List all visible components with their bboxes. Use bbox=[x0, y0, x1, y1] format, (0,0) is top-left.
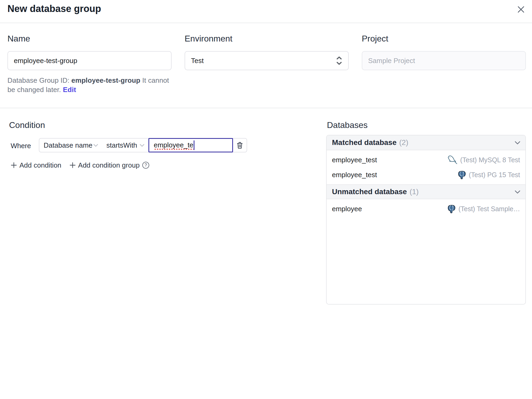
project-label: Project bbox=[362, 33, 388, 44]
matched-database-header[interactable]: Matched database(2) bbox=[327, 135, 525, 150]
name-input[interactable]: employee-test-group bbox=[7, 51, 172, 70]
close-icon bbox=[517, 6, 525, 13]
mysql-icon bbox=[448, 155, 458, 165]
chevron-down-icon bbox=[93, 142, 99, 148]
name-input-value: employee-test-group bbox=[14, 57, 77, 65]
condition-heading: Condition bbox=[9, 119, 45, 131]
plus-icon bbox=[69, 161, 76, 169]
postgres-icon bbox=[447, 205, 456, 213]
postgres-icon bbox=[458, 171, 466, 179]
trash-icon bbox=[236, 142, 243, 149]
add-condition-group-label: Add condition group bbox=[78, 160, 140, 171]
databases-heading: Databases bbox=[327, 119, 368, 131]
chevron-up-down-icon bbox=[336, 56, 342, 65]
group-id-value: employee-test-group bbox=[71, 76, 140, 84]
condition-value-text: employee_te bbox=[154, 140, 193, 150]
page-title: New database group bbox=[7, 3, 101, 15]
close-button[interactable] bbox=[515, 3, 527, 15]
unmatched-database-title: Unmatched database(1) bbox=[332, 188, 419, 196]
help-icon[interactable]: ? bbox=[142, 162, 149, 169]
group-id-hint: Database Group ID: employee-test-group I… bbox=[7, 76, 177, 94]
name-label: Name bbox=[7, 33, 30, 44]
project-input-value: Sample Project bbox=[368, 57, 415, 65]
delete-condition-button[interactable] bbox=[232, 138, 247, 152]
header-divider bbox=[0, 23, 532, 23]
text-caret bbox=[194, 140, 194, 150]
condition-operator-select[interactable]: startsWith bbox=[102, 138, 149, 152]
databases-panel: Matched database(2) employee_test (Test)… bbox=[326, 135, 526, 305]
form-divider bbox=[0, 108, 532, 108]
environment-label: Environment bbox=[185, 33, 232, 44]
table-row: employee (Test) Test Sample… bbox=[327, 201, 525, 216]
matched-database-title: Matched database(2) bbox=[332, 138, 408, 147]
unmatched-database-rows: employee (Test) Test Sample… bbox=[327, 199, 525, 218]
table-row: employee_test (Test) MySQL 8 Test bbox=[327, 152, 525, 167]
add-condition-group-button[interactable]: Add condition group bbox=[69, 160, 140, 171]
condition-operator-value: startsWith bbox=[106, 141, 137, 149]
add-condition-button[interactable]: Add condition bbox=[10, 160, 61, 171]
plus-icon bbox=[10, 161, 18, 169]
matched-database-rows: employee_test (Test) MySQL 8 Test employ… bbox=[327, 150, 525, 184]
chevron-down-icon bbox=[514, 188, 521, 196]
edit-link[interactable]: Edit bbox=[63, 86, 76, 94]
group-id-hint-prefix: Database Group ID: bbox=[7, 76, 71, 84]
condition-factor-value: Database name bbox=[44, 141, 93, 149]
condition-factor-select[interactable]: Database name bbox=[39, 138, 103, 152]
project-input[interactable]: Sample Project bbox=[362, 51, 526, 70]
chevron-down-icon bbox=[139, 142, 145, 148]
where-label: Where bbox=[11, 141, 31, 150]
environment-select[interactable]: Test bbox=[185, 51, 349, 70]
table-row: employee_test (Test) PG 15 Test bbox=[327, 167, 525, 182]
chevron-down-icon bbox=[514, 139, 521, 146]
add-condition-label: Add condition bbox=[19, 160, 61, 171]
unmatched-database-header[interactable]: Unmatched database(1) bbox=[327, 184, 525, 199]
environment-select-value: Test bbox=[191, 57, 204, 65]
condition-value-input[interactable]: employee_te bbox=[148, 138, 233, 152]
